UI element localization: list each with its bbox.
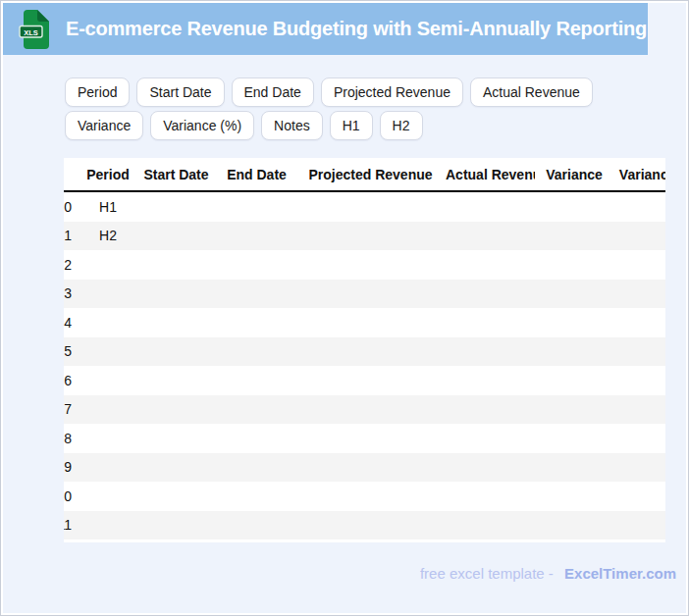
budget-table: Period Start Date End Date Projected Rev…	[64, 158, 665, 539]
cell-end-date	[214, 482, 299, 511]
cell-variance	[535, 250, 613, 280]
cell-projected-revenue	[299, 482, 442, 511]
column-chip[interactable]: H1	[330, 111, 373, 140]
cell-start-date	[138, 453, 214, 483]
cell-start-date	[138, 250, 214, 280]
column-header[interactable]: Variance	[535, 158, 613, 191]
cell-projected-revenue	[299, 222, 442, 251]
cell-actual-revenue	[442, 511, 535, 540]
cell-start-date	[138, 337, 214, 367]
cell-actual-revenue	[442, 222, 535, 251]
cell-start-date	[138, 308, 214, 337]
column-header[interactable]: Variance (%)	[613, 158, 665, 191]
table-header-row: Period Start Date End Date Projected Rev…	[64, 158, 665, 191]
column-chip[interactable]: Actual Revenue	[470, 77, 593, 107]
page-title: E-commerce Revenue Budgeting with Semi-A…	[66, 18, 647, 40]
footer: free excel template - ExcelTimer.com	[420, 565, 676, 582]
footer-brand-link[interactable]: ExcelTimer.com	[564, 565, 676, 582]
cell-variance-pct	[613, 191, 665, 222]
row-index-cell: 11	[64, 511, 78, 540]
footer-text: free excel template -	[420, 565, 554, 582]
table-row: 0 H1	[64, 191, 665, 222]
cell-period	[78, 424, 138, 453]
cell-projected-revenue	[299, 366, 442, 395]
cell-start-date	[138, 366, 214, 395]
cell-period: H1	[78, 191, 138, 222]
cell-projected-revenue	[299, 191, 442, 222]
column-header[interactable]: Start Date	[138, 158, 214, 191]
cell-actual-revenue	[442, 308, 535, 337]
row-index-cell: 5	[64, 337, 78, 367]
cell-start-date	[138, 395, 214, 425]
cell-end-date	[214, 280, 299, 309]
xls-file-icon: XLS	[19, 10, 49, 49]
cell-variance	[535, 424, 613, 453]
table-row: 3	[64, 280, 665, 309]
cell-actual-revenue	[442, 482, 535, 511]
cell-variance	[535, 191, 613, 222]
cell-actual-revenue	[442, 395, 535, 425]
column-chip-list: Period Start Date End Date Projected Rev…	[65, 77, 673, 140]
cell-period	[78, 482, 138, 511]
cell-variance-pct	[613, 511, 665, 540]
cell-end-date	[214, 308, 299, 337]
column-chip[interactable]: Variance	[65, 111, 143, 140]
xls-badge-label: XLS	[24, 27, 38, 36]
cell-projected-revenue	[299, 308, 442, 337]
cell-variance-pct	[613, 308, 665, 337]
cell-variance	[535, 308, 613, 337]
cell-variance	[535, 453, 613, 483]
cell-period	[78, 280, 138, 309]
table-row: 6	[64, 366, 665, 395]
column-chip[interactable]: End Date	[232, 77, 314, 107]
column-header[interactable]: End Date	[214, 158, 299, 191]
cell-actual-revenue	[442, 424, 535, 453]
cell-variance	[535, 511, 613, 540]
column-chip[interactable]: Variance (%)	[150, 111, 254, 140]
cell-projected-revenue	[299, 511, 442, 540]
cell-end-date	[214, 424, 299, 453]
row-index-cell: 0	[64, 191, 78, 222]
cell-end-date	[214, 337, 299, 367]
cell-projected-revenue	[299, 337, 442, 367]
file-dogear	[37, 10, 49, 22]
column-header[interactable]: Period	[78, 158, 138, 191]
cell-projected-revenue	[299, 395, 442, 425]
column-chip[interactable]: H2	[380, 111, 423, 140]
row-index-cell: 2	[64, 250, 78, 280]
row-index-cell: 8	[64, 424, 78, 453]
column-header[interactable]: Actual Revenue	[442, 158, 535, 191]
cell-variance-pct	[613, 424, 665, 453]
cell-variance-pct	[613, 482, 665, 511]
cell-start-date	[138, 222, 214, 251]
cell-variance	[535, 482, 613, 511]
cell-projected-revenue	[299, 424, 442, 453]
table-row: 4	[64, 308, 665, 337]
cell-variance	[535, 222, 613, 251]
cell-projected-revenue	[299, 280, 442, 309]
cell-end-date	[214, 395, 299, 425]
cell-variance-pct	[613, 280, 665, 309]
table-row: 9	[64, 453, 665, 483]
row-index-cell: 3	[64, 280, 78, 309]
row-index-cell: 10	[64, 482, 78, 511]
cell-start-date	[138, 191, 214, 222]
column-chip[interactable]: Notes	[261, 111, 323, 140]
column-chip[interactable]: Start Date	[136, 77, 224, 107]
cell-actual-revenue	[442, 280, 535, 309]
table-row: 11	[64, 511, 665, 540]
cell-period	[78, 337, 138, 367]
cell-period	[78, 395, 138, 425]
row-index-cell: 6	[64, 366, 78, 395]
column-header[interactable]: Projected Revenue	[299, 158, 442, 191]
cell-variance-pct	[613, 366, 665, 395]
column-chip[interactable]: Period	[65, 77, 130, 107]
table-row: 1 H2	[64, 222, 665, 251]
cell-variance-pct	[613, 222, 665, 251]
cell-start-date	[138, 511, 214, 540]
column-chip[interactable]: Projected Revenue	[321, 77, 463, 107]
cell-actual-revenue	[442, 337, 535, 367]
cell-start-date	[138, 280, 214, 309]
cell-variance	[535, 280, 613, 309]
header-bar: XLS E-commerce Revenue Budgeting with Se…	[3, 3, 648, 55]
